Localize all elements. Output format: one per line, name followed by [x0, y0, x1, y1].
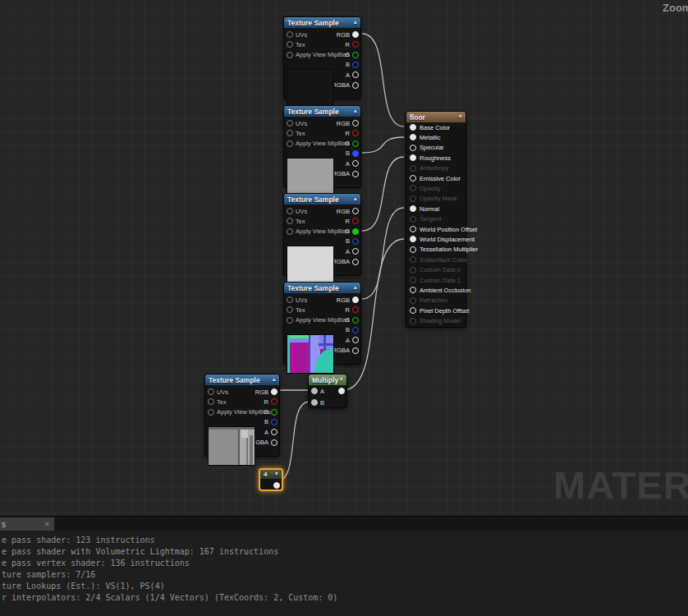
result-pin-tessellation-multiplier[interactable] — [410, 246, 416, 253]
input-pin-uvs[interactable] — [287, 31, 293, 38]
result-pin-opacity-mask[interactable] — [410, 195, 416, 202]
node-header-texture-sample-3[interactable]: Texture Sample▲ — [284, 194, 360, 205]
output-pin-a[interactable] — [271, 429, 277, 435]
node-header-texture-sample-2[interactable]: Texture Sample▲ — [284, 106, 360, 117]
node-header-texture-sample-1[interactable]: Texture Sample▲ — [284, 17, 360, 28]
output-pin-rgb[interactable] — [352, 297, 359, 303]
output-pin-b[interactable] — [352, 150, 359, 157]
result-pin-pixel-depth-offset[interactable] — [410, 307, 416, 314]
result-pin-subsurface-color[interactable] — [410, 256, 416, 263]
op-output-pin[interactable] — [338, 388, 345, 394]
output-pin-a[interactable] — [352, 160, 359, 167]
output-pin-rgba[interactable] — [352, 259, 359, 265]
dropdown-icon[interactable]: ▼ — [339, 377, 344, 383]
input-pin-tex[interactable] — [287, 41, 293, 48]
input-pin-tex[interactable] — [287, 306, 293, 313]
input-pin-apply-view-mipbias[interactable] — [208, 409, 214, 416]
stats-tab[interactable]: s × — [0, 517, 54, 531]
input-pin-apply-view-mipbias[interactable] — [287, 317, 293, 324]
constant-output-pin[interactable] — [273, 482, 280, 489]
result-pin-ambient-occlusion[interactable] — [410, 287, 416, 293]
output-pin-rgb[interactable] — [352, 120, 359, 126]
result-pin-base-color[interactable] — [410, 124, 416, 131]
op-input-pin-b[interactable] — [311, 399, 318, 406]
result-pin-custom-data-1[interactable] — [410, 277, 416, 283]
output-pin-b[interactable] — [352, 238, 359, 245]
input-pin-tex[interactable] — [287, 218, 293, 224]
result-pin-shading-model[interactable] — [410, 318, 416, 324]
result-pin-roughness[interactable] — [410, 154, 416, 161]
node-header-multiply[interactable]: Multiply▼ — [309, 375, 346, 385]
node-texture-sample-5[interactable]: Texture Sample▲UVsTexApply View MipBiasR… — [204, 374, 280, 457]
node-texture-sample-1[interactable]: Texture Sample▲UVsTexApply View MipBiasR… — [283, 16, 361, 99]
result-pin-refraction[interactable] — [410, 297, 416, 304]
result-pin-specular[interactable] — [410, 145, 416, 151]
input-pin-apply-view-mipbias[interactable] — [287, 228, 293, 235]
result-pin-world-position-offset[interactable] — [410, 226, 416, 232]
output-pin-g[interactable] — [352, 52, 359, 58]
output-pin-rgb[interactable] — [352, 31, 359, 38]
input-pin-uvs[interactable] — [287, 120, 293, 126]
node-texture-sample-3[interactable]: Texture Sample▲UVsTexApply View MipBiasR… — [283, 193, 361, 276]
result-pin-tangent[interactable] — [410, 216, 416, 223]
collapse-icon[interactable]: ▲ — [353, 108, 358, 114]
op-input-pin-a[interactable] — [311, 388, 318, 394]
output-pin-a[interactable] — [352, 248, 359, 255]
wire-texture-sample-1-RGB[interactable] — [362, 34, 404, 126]
result-pin-metallic[interactable] — [410, 134, 416, 140]
dropdown-icon[interactable]: ▼ — [458, 114, 463, 120]
output-pin-r[interactable] — [271, 398, 277, 405]
output-pin-rgba[interactable] — [352, 82, 359, 89]
output-pin-rgba[interactable] — [271, 439, 277, 446]
output-pin-r[interactable] — [352, 218, 359, 224]
input-pin-apply-view-mipbias[interactable] — [287, 52, 293, 58]
node-header-texture-sample-4[interactable]: Texture Sample▲ — [284, 283, 360, 293]
output-pin-rgb[interactable] — [352, 208, 359, 214]
material-graph-canvas[interactable]: MATERIAL Zoom Texture Sample▲UVsTexApply… — [0, 0, 688, 516]
output-pin-b[interactable] — [352, 327, 359, 333]
output-pin-g[interactable] — [352, 228, 359, 235]
collapse-icon[interactable]: ▲ — [353, 285, 358, 291]
input-pin-apply-view-mipbias[interactable] — [287, 140, 293, 147]
wire-texture-sample-3-G[interactable] — [362, 157, 404, 231]
output-pin-r[interactable] — [352, 41, 359, 48]
output-pin-rgba[interactable] — [352, 347, 359, 354]
result-pin-opacity[interactable] — [410, 185, 416, 191]
input-pin-uvs[interactable] — [208, 388, 214, 395]
node-material-result-floor[interactable]: floor▼Base ColorMetallicSpecularRoughnes… — [406, 111, 466, 328]
result-pin-anisotropy[interactable] — [410, 165, 416, 172]
result-pin-custom-data-0[interactable] — [410, 267, 416, 274]
output-pin-a[interactable] — [352, 337, 359, 343]
node-texture-sample-4[interactable]: Texture Sample▲UVsTexApply View MipBiasR… — [283, 282, 361, 365]
output-pin-g[interactable] — [352, 140, 359, 147]
node-header-material-result-floor[interactable]: floor▼ — [406, 112, 466, 122]
output-pin-r[interactable] — [352, 306, 359, 313]
output-pin-a[interactable] — [352, 71, 359, 78]
node-constant-4[interactable]: 4▼ — [259, 468, 283, 491]
result-pin-normal[interactable] — [410, 205, 416, 212]
input-pin-uvs[interactable] — [287, 297, 293, 303]
result-pin-emissive-color[interactable] — [410, 175, 416, 182]
output-pin-g[interactable] — [352, 317, 359, 324]
collapse-icon[interactable]: ▲ — [353, 20, 358, 25]
input-pin-uvs[interactable] — [287, 208, 293, 214]
output-pin-b[interactable] — [352, 62, 359, 68]
output-pin-rgba[interactable] — [352, 171, 359, 177]
node-multiply[interactable]: Multiply▼AB — [308, 374, 347, 408]
collapse-icon[interactable]: ▲ — [272, 377, 277, 383]
node-texture-sample-2[interactable]: Texture Sample▲UVsTexApply View MipBiasR… — [283, 105, 361, 188]
input-pin-tex[interactable] — [287, 130, 293, 136]
result-pin-world-displacement[interactable] — [410, 236, 416, 242]
wire-texture-sample-2-B[interactable] — [362, 137, 404, 153]
wire-texture-sample-4-RGB[interactable] — [362, 208, 404, 299]
node-header-constant-4[interactable]: 4▼ — [260, 470, 282, 479]
collapse-icon[interactable]: ▲ — [353, 196, 358, 202]
output-pin-g[interactable] — [271, 409, 277, 416]
node-header-texture-sample-5[interactable]: Texture Sample▲ — [205, 375, 279, 385]
output-pin-rgb[interactable] — [271, 388, 277, 395]
input-pin-tex[interactable] — [208, 398, 214, 405]
close-icon[interactable]: × — [44, 521, 49, 529]
output-pin-b[interactable] — [271, 419, 277, 425]
dropdown-icon[interactable]: ▼ — [274, 471, 279, 477]
output-pin-r[interactable] — [352, 130, 359, 136]
